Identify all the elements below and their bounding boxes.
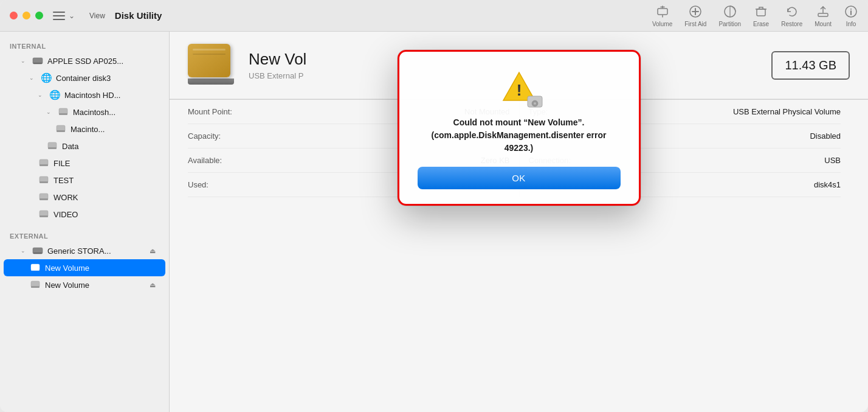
- sidebar-item-data[interactable]: Data: [4, 138, 165, 155]
- traffic-lights: [10, 12, 43, 19]
- svg-point-15: [850, 9, 852, 10]
- close-button[interactable]: [10, 12, 18, 19]
- svg-rect-37: [31, 286, 40, 288]
- sidebar-item-macintosh-sub[interactable]: ⌄ Macintosh...: [4, 103, 165, 120]
- sidebar-section-external: External: [0, 229, 169, 242]
- volume-icon: [655, 4, 670, 19]
- sidebar-item-new-volume[interactable]: New Volume: [4, 259, 165, 276]
- toolbar-partition-label: Partition: [718, 21, 741, 27]
- toolbar-volume[interactable]: Volume: [652, 4, 672, 27]
- svg-rect-19: [59, 113, 67, 115]
- detail-area: New Vol USB External P 11.43 GB Mount Po…: [170, 32, 868, 412]
- maximize-button[interactable]: [35, 12, 43, 19]
- sidebar-item-work[interactable]: WORK: [4, 189, 165, 206]
- svg-rect-35: [31, 269, 40, 271]
- sidebar-item-new-volume-label: New Volume: [45, 264, 89, 273]
- sidebar-item-machd-label: Macintosh HD...: [64, 91, 120, 100]
- toolbar-partition[interactable]: Partition: [718, 4, 741, 27]
- dialog-icon-area: !: [501, 70, 537, 105]
- sidebar-item-generic-stora[interactable]: ⌄ Generic STORA... ⏏: [4, 242, 165, 259]
- svg-rect-33: [33, 253, 42, 254]
- sidebar-item-video-label: VIDEO: [53, 210, 78, 219]
- minimize-button[interactable]: [22, 12, 30, 19]
- error-dialog: ! Could not mount “New Volume”. (c: [398, 50, 641, 206]
- disk-icon-test: [38, 174, 50, 186]
- app-title: Disk Utility: [115, 10, 162, 21]
- dialog-overlay: ! Could not mount “New Volume”. (c: [170, 32, 868, 412]
- volume-icon-machd: 🌐: [49, 89, 61, 101]
- toolbar-volume-label: Volume: [652, 21, 672, 27]
- disk-icon-new-volume-2: [29, 279, 41, 291]
- dialog-disk-icon: [526, 93, 543, 110]
- sidebar-item-container-label: Container disk3: [56, 74, 111, 83]
- svg-rect-31: [40, 215, 48, 217]
- view-label: View: [89, 12, 105, 20]
- toolbar-info[interactable]: Info: [844, 4, 858, 27]
- svg-rect-11: [818, 13, 828, 16]
- sidebar-item-macinto[interactable]: Macinto...: [4, 120, 165, 138]
- svg-rect-23: [48, 147, 57, 149]
- sidebar-item-generic-label: Generic STORA...: [47, 246, 111, 256]
- svg-rect-9: [757, 9, 765, 16]
- sidebar-item-data-label: Data: [62, 142, 78, 151]
- container-icon: 🌐: [40, 72, 52, 84]
- mount-icon: [816, 4, 830, 19]
- sidebar-item-file-label: FILE: [53, 159, 70, 168]
- sidebar-item-new-volume-2-label: New Volume: [45, 281, 89, 290]
- sidebar-item-new-volume-2[interactable]: New Volume ⏏: [4, 276, 165, 293]
- sidebar-item-test[interactable]: TEST: [4, 172, 165, 189]
- toolbar-first-aid[interactable]: First Aid: [684, 4, 706, 27]
- first-aid-icon: [688, 4, 703, 19]
- toolbar-mount[interactable]: Mount: [815, 4, 832, 27]
- disk-icon-macinto: [55, 123, 67, 135]
- disk-icon: [32, 55, 44, 67]
- main-content: Internal ⌄ APPLE SSD AP025... ⌄ 🌐 Contai…: [0, 32, 868, 412]
- toolbar-erase-label: Erase: [753, 21, 769, 27]
- toolbar-info-label: Info: [846, 21, 856, 27]
- svg-rect-0: [658, 9, 667, 15]
- expand-icon: ⌄: [21, 58, 30, 64]
- toolbar-restore[interactable]: Restore: [781, 4, 802, 27]
- disk-icon-new-volume: [29, 262, 41, 274]
- sidebar-section-internal: Internal: [0, 39, 169, 52]
- svg-rect-21: [57, 130, 65, 132]
- restore-icon: [785, 4, 799, 19]
- partition-icon: [723, 4, 737, 19]
- sidebar-item-video[interactable]: VIDEO: [4, 206, 165, 223]
- svg-rect-27: [40, 181, 48, 183]
- expand-icon-machd: ⌄: [38, 92, 47, 98]
- erase-icon: [754, 4, 768, 19]
- view-chevron-button[interactable]: ⌄: [69, 12, 75, 20]
- sidebar-item-macintosh-hd[interactable]: ⌄ 🌐 Macintosh HD...: [4, 86, 165, 103]
- toolbar-erase[interactable]: Erase: [753, 4, 769, 27]
- toolbar: Volume First Aid: [652, 4, 858, 27]
- svg-point-41: [534, 102, 536, 105]
- toolbar-mount-label: Mount: [815, 21, 832, 27]
- svg-rect-17: [33, 63, 42, 64]
- info-icon: [844, 4, 858, 19]
- dialog-message: Could not mount “New Volume”. (com.apple…: [418, 116, 621, 155]
- disk-icon-work: [38, 191, 50, 203]
- toolbar-first-aid-label: First Aid: [684, 21, 706, 27]
- disk-icon-video: [38, 208, 50, 220]
- title-bar: ⌄ View Disk Utility Volume: [0, 0, 868, 32]
- sidebar-item-container-disk3[interactable]: ⌄ 🌐 Container disk3: [4, 69, 165, 86]
- expand-icon-generic: ⌄: [21, 248, 30, 254]
- sidebar-item-macinto-label: Macinto...: [71, 125, 105, 134]
- sidebar-item-apple-ssd[interactable]: ⌄ APPLE SSD AP025...: [4, 52, 165, 69]
- sidebar-toggle-button[interactable]: [53, 12, 65, 20]
- svg-text:!: !: [516, 81, 522, 99]
- disk-icon-data: [46, 140, 58, 152]
- eject-icon-new-volume-2[interactable]: ⏏: [150, 281, 156, 289]
- dialog-ok-button[interactable]: OK: [418, 167, 621, 189]
- toolbar-restore-label: Restore: [781, 21, 802, 27]
- sidebar-item-macsub-label: Macintosh...: [73, 108, 115, 117]
- eject-icon-generic[interactable]: ⏏: [150, 247, 156, 255]
- svg-rect-25: [40, 164, 48, 166]
- sidebar-item-test-label: TEST: [53, 176, 74, 185]
- app-window: ⌄ View Disk Utility Volume: [0, 0, 868, 412]
- expand-icon-container: ⌄: [29, 75, 39, 81]
- sidebar-item-apple-ssd-label: APPLE SSD AP025...: [47, 57, 123, 66]
- expand-icon-macsub: ⌄: [46, 109, 56, 115]
- sidebar-item-file[interactable]: FILE: [4, 155, 165, 172]
